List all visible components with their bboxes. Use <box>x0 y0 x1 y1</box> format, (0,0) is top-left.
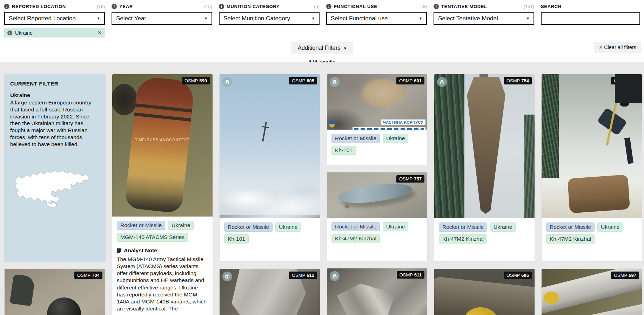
munition-photo: OSMP754 <box>434 74 535 218</box>
badge-number: 754 <box>521 78 529 83</box>
photo-watermark: T.ME/RUSSIANOCONTEXT <box>135 138 190 142</box>
search-input[interactable] <box>541 12 640 25</box>
note-icon <box>117 248 121 253</box>
filter-bar: REPORTED LOCATION (16) Select Reported L… <box>0 0 644 37</box>
layers-icon <box>330 271 340 281</box>
munition-photo: OSMP755 <box>542 74 642 218</box>
result-card-osmp-590[interactable]: T.ME/RUSSIANOCONTEXT OSMP590 Rocket or M… <box>112 74 213 315</box>
active-filter-chip-ukraine[interactable]: Ukraine <box>4 28 105 37</box>
tag-category: Rocket or Missile <box>331 222 380 231</box>
analyst-note: Analyst Note: The MGM-140 Army Tactical … <box>117 247 208 312</box>
current-filter-panel: CURRENT FILTER Ukraine A large eastern E… <box>4 74 106 262</box>
current-filter-title: CURRENT FILTER <box>10 81 100 87</box>
badge-prefix: OSMP <box>507 273 520 278</box>
current-filter-description: A large eastern European country that fa… <box>10 99 100 148</box>
card-column-1: T.ME/RUSSIANOCONTEXT OSMP590 Rocket or M… <box>112 74 213 315</box>
osmp-badge: OSMP695 <box>504 272 532 279</box>
results-count-clipped: 616 results <box>309 59 335 62</box>
tag-model: Kh-47M2 Kinzhal <box>439 234 487 244</box>
filter-group-tentative-model: TENTATIVE MODEL (151) Select Tentative M… <box>434 3 534 37</box>
badge-prefix: OSMP <box>400 272 413 278</box>
munition-photo: OSMP612 <box>220 269 320 315</box>
munition-photo: T.ME/RUSSIANOCONTEXT OSMP590 <box>112 74 213 217</box>
select-placeholder: Select Year <box>116 15 146 22</box>
badge-prefix: OSMP <box>399 176 412 182</box>
functional-use-select[interactable]: Select Functional use <box>326 12 427 25</box>
analyst-note-text: The MGM-140 Army Tactical Missile System… <box>117 256 208 312</box>
badge-prefix: OSMP <box>185 78 198 83</box>
badge-number: 601 <box>414 78 422 83</box>
info-icon[interactable] <box>219 4 224 9</box>
tag-model: Kh-47M2 Kinzhal <box>546 234 595 244</box>
osmp-badge: OSMP755 <box>611 77 639 84</box>
chip-close-icon[interactable] <box>97 30 102 36</box>
clear-all-filters-button[interactable]: Clear all filters <box>594 42 641 53</box>
card-column-5: OSMP755 Rocket or Missile Ukraine Kh-47M… <box>541 74 642 315</box>
osmp-badge: OSMP697 <box>611 272 639 279</box>
result-card-osmp-611[interactable]: OSMP611 <box>327 268 428 315</box>
info-icon[interactable] <box>4 4 9 9</box>
munition-photo: OSMP697 <box>542 269 642 315</box>
tag-location: Ukraine <box>383 222 408 231</box>
photo-caption: ЧАСТИНА КОРПУСУ <box>381 119 425 125</box>
result-card-osmp-697[interactable]: OSMP697 <box>541 268 642 315</box>
tag-category: Rocket or Missile <box>439 222 487 232</box>
munition-category-select[interactable]: Select Munition Category <box>219 12 320 25</box>
tag-model: Kh-101 <box>224 234 249 244</box>
osmp-badge: OSMP590 <box>182 77 210 84</box>
osmp-badge: OSMP611 <box>397 271 424 279</box>
results-grid: CURRENT FILTER Ukraine A large eastern E… <box>0 62 644 315</box>
card-column-2: OSMP605 Rocket or Missile Ukraine Kh-101 <box>219 74 320 315</box>
current-filter-name: Ukraine <box>10 92 100 98</box>
badge-number: 755 <box>629 78 636 83</box>
result-card-osmp-612[interactable]: OSMP612 <box>219 268 320 315</box>
badge-number: 611 <box>414 272 422 278</box>
filter-count: (151) <box>524 4 534 9</box>
filter-count: (15) <box>204 4 212 9</box>
osmp-badge: OSMP757 <box>396 175 424 183</box>
badge-number: 612 <box>307 273 314 278</box>
year-select[interactable]: Select Year <box>112 12 212 25</box>
osmp-badge: OSMP612 <box>289 272 317 279</box>
badge-prefix: OSMP <box>614 78 627 83</box>
filter-label: TENTATIVE MODEL <box>441 4 487 9</box>
reported-location-select[interactable]: Select Reported Location <box>4 12 105 25</box>
info-icon[interactable] <box>434 4 439 9</box>
badge-number: 697 <box>629 273 636 278</box>
info-icon[interactable] <box>326 4 331 9</box>
card-column-4: OSMP754 Rocket or Missile Ukraine Kh-47M… <box>434 74 535 315</box>
results-count: 616 results <box>309 59 335 62</box>
tag-category: Rocket or Missile <box>546 222 595 232</box>
layers-icon <box>437 77 447 87</box>
search-label: SEARCH <box>541 4 562 9</box>
info-icon[interactable] <box>112 4 117 9</box>
munition-photo: OSMP695 <box>434 269 535 315</box>
tentative-model-select[interactable]: Select Tentative Model <box>434 12 534 25</box>
badge-prefix: OSMP <box>292 78 305 83</box>
search-group: SEARCH <box>541 3 642 37</box>
result-card-osmp-601[interactable]: OSMP601 ЧАСТИНА КОРПУСУ Rocket or Missil… <box>327 74 428 165</box>
osmp-badge: OSMP754 <box>504 77 532 84</box>
layers-icon <box>222 77 232 87</box>
additional-filters-button[interactable]: Additional Filters <box>291 42 353 54</box>
filter-row: REPORTED LOCATION (16) Select Reported L… <box>4 3 642 37</box>
result-card-osmp-695[interactable]: OSMP695 <box>434 268 535 315</box>
analyst-note-title: Analyst Note: <box>124 247 159 254</box>
secondary-filter-band: Additional Filters Clear all filters 616… <box>0 37 644 62</box>
select-placeholder: Select Functional use <box>331 15 388 22</box>
munition-photo: OSMP601 ЧАСТИНА КОРПУСУ <box>327 74 427 130</box>
card-column-3: OSMP601 ЧАСТИНА КОРПУСУ Rocket or Missil… <box>327 74 428 315</box>
result-card-osmp-754[interactable]: OSMP754 Rocket or Missile Ukraine Kh-47M… <box>434 74 535 262</box>
tag-category: Rocket or Missile <box>224 222 273 232</box>
select-placeholder: Select Tentative Model <box>438 15 498 22</box>
tag-location: Ukraine <box>383 134 408 143</box>
filter-group-functional-use: FUNCTIONAL USE (8) Select Functional use <box>326 3 427 37</box>
result-card-osmp-605[interactable]: OSMP605 Rocket or Missile Ukraine Kh-101 <box>219 74 320 262</box>
munition-photo: OSMP704 <box>5 269 105 315</box>
result-card-osmp-704[interactable]: OSMP704 <box>4 268 106 315</box>
result-card-osmp-757[interactable]: OSMP757 Rocket or Missile Ukraine Kh-47M… <box>327 172 428 261</box>
osmp-badge: OSMP601 <box>396 77 424 84</box>
tag-model: Kh-101 <box>331 146 356 155</box>
layers-icon <box>222 272 232 281</box>
result-card-osmp-755[interactable]: OSMP755 Rocket or Missile Ukraine Kh-47M… <box>541 74 642 262</box>
